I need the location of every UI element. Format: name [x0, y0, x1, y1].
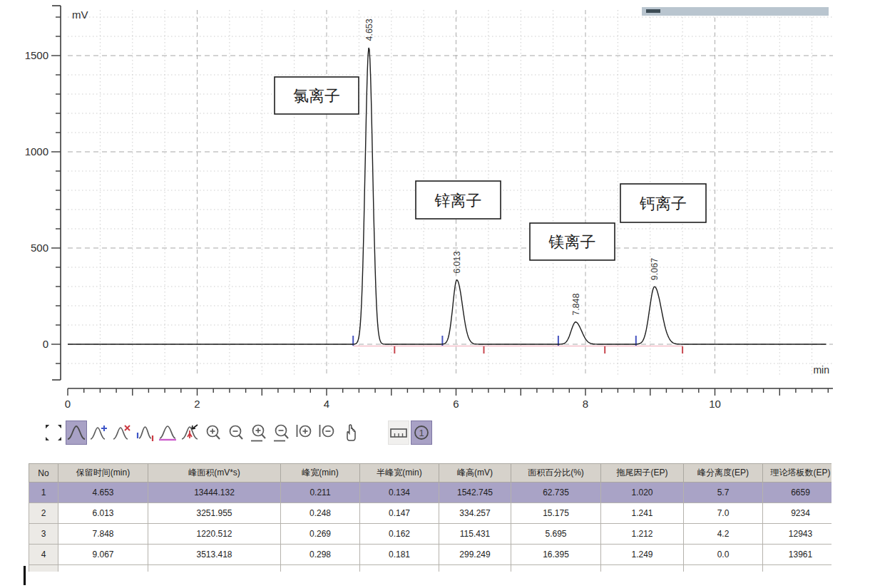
table-cell: 0.162 [360, 524, 439, 545]
svg-text:2: 2 [194, 398, 200, 410]
table-cell: 0.181 [360, 545, 439, 565]
table-cell: 115.431 [439, 524, 511, 545]
table-cell: 13444.132 [148, 483, 281, 503]
table-cell: 0.211 [281, 483, 360, 503]
column-header: 峰高(mV) [439, 464, 511, 483]
column-header: 保留时间(min) [58, 464, 148, 483]
table-cell: 7.848 [58, 524, 148, 545]
table-cell: 4 [29, 545, 58, 565]
table-row[interactable]: 37.8481220.5120.2690.162115.4315.6951.21… [29, 524, 832, 545]
pan-hand-icon[interactable] [339, 421, 361, 445]
column-header: 拖尾因子(EP) [601, 464, 684, 483]
column-header: 峰宽(min) [281, 464, 360, 483]
table-cell: 12943 [763, 524, 832, 545]
table-cell: 299.249 [439, 545, 511, 565]
peak-delete-icon[interactable] [111, 421, 133, 445]
legend-bar [642, 7, 829, 16]
peak-annotation-label: 钙离子 [639, 195, 687, 212]
table-cell: 13961 [763, 545, 832, 565]
table-cell: 4.653 [58, 483, 148, 503]
table-cell [281, 565, 360, 572]
table-cell: 1.212 [601, 524, 684, 545]
table-cell: 0.147 [360, 503, 439, 524]
table-cell: 62.735 [511, 483, 601, 503]
peak-annotation-label: 锌离子 [434, 192, 482, 210]
svg-text:6: 6 [453, 398, 459, 410]
peak-annotation-label: 氯离子 [293, 87, 340, 105]
table-cell: 9.067 [58, 545, 148, 565]
table-cell: 5.7 [684, 483, 763, 503]
table-cell [684, 565, 763, 572]
zoom-in-icon[interactable] [203, 421, 224, 445]
channel-1-icon[interactable]: 1 [411, 421, 432, 445]
chromatogram-plot[interactable]: 050010001500mV0246810min4.6536.0137.8489… [0, 0, 870, 418]
peak-select-icon[interactable] [66, 421, 87, 445]
table-cell: 6659 [763, 483, 832, 503]
table-row-partial [29, 565, 832, 572]
svg-text:10: 10 [709, 398, 721, 410]
column-header: 半峰宽(min) [360, 464, 439, 483]
table-cell: 9234 [763, 503, 832, 524]
peak-add-icon[interactable] [88, 421, 110, 445]
table-cell [148, 565, 281, 572]
table-cell: 6.013 [58, 503, 148, 524]
column-header: No [29, 464, 58, 483]
table-row[interactable]: 14.65313444.1320.2110.1341542.74562.7351… [29, 483, 832, 503]
table-cell: 1220.512 [148, 524, 281, 545]
table-cell: 0.298 [281, 545, 360, 565]
table-cell: 0.134 [360, 483, 439, 503]
svg-text:1500: 1500 [25, 49, 48, 61]
text-cursor-artifact [24, 566, 26, 585]
table-cell: 15.175 [511, 503, 601, 524]
table-cell [601, 565, 684, 572]
table-cell: 16.395 [511, 545, 601, 565]
svg-text:1000: 1000 [25, 145, 48, 158]
peak-annotation-label: 镁离子 [548, 233, 596, 251]
chart-toolbar: 1 [43, 419, 434, 446]
column-header: 面积百分比(%) [511, 464, 601, 483]
table-cell [58, 565, 148, 572]
legend-mark-icon [646, 9, 660, 13]
svg-text:1: 1 [419, 428, 424, 438]
column-header: 理论塔板数(EP) [763, 464, 832, 483]
svg-text:500: 500 [31, 242, 48, 254]
table-cell: 0.248 [281, 503, 360, 524]
table-row[interactable]: 49.0673513.4180.2980.181299.24916.3951.2… [29, 545, 832, 565]
zoom-in-x-icon[interactable] [248, 421, 270, 445]
table-cell: 1.249 [601, 545, 684, 565]
table-cell [763, 565, 832, 572]
peak-baseline-icon[interactable] [157, 421, 178, 445]
zoom-out-y-icon[interactable] [317, 421, 338, 445]
table-cell: 1542.745 [439, 483, 511, 503]
svg-text:4: 4 [324, 398, 329, 410]
table-cell: 2 [29, 503, 58, 524]
svg-text:0: 0 [43, 338, 48, 350]
peak-start-end-icon[interactable] [134, 421, 155, 445]
table-cell: 5.695 [511, 524, 601, 545]
svg-text:min: min [813, 364, 829, 376]
table-cell: 7.0 [684, 503, 763, 524]
peak-split-icon[interactable] [180, 421, 201, 445]
table-cell: 3251.955 [148, 503, 281, 524]
expand-icon[interactable] [43, 421, 64, 445]
chromatography-workstation: 050010001500mV0246810min4.6536.0137.8489… [0, 0, 870, 588]
zoom-in-y-icon[interactable] [294, 421, 315, 445]
column-header: 峰面积(mV*s) [148, 464, 281, 483]
svg-text:8: 8 [583, 398, 588, 410]
peak-rt-label: 9.067 [650, 258, 660, 280]
zoom-out-x-icon[interactable] [271, 421, 292, 445]
table-cell: 4.2 [684, 524, 763, 545]
table-cell: 0.269 [281, 524, 360, 545]
column-header: 峰分离度(EP) [684, 464, 763, 483]
table-cell [439, 565, 511, 572]
peak-result-table: No保留时间(min)峰面积(mV*s)峰宽(min)半峰宽(min)峰高(mV… [29, 463, 831, 572]
table-cell: 334.257 [439, 503, 511, 524]
peak-rt-label: 6.013 [452, 251, 462, 273]
peak-rt-label: 7.848 [571, 293, 581, 315]
ruler-icon[interactable] [388, 421, 409, 445]
table-row[interactable]: 26.0133251.9550.2480.147334.25715.1751.2… [29, 503, 832, 524]
table-cell: 1.241 [601, 503, 684, 524]
peak-rt-label: 4.653 [364, 19, 374, 41]
table-cell: 3513.418 [148, 545, 281, 565]
zoom-out-icon[interactable] [225, 421, 247, 445]
